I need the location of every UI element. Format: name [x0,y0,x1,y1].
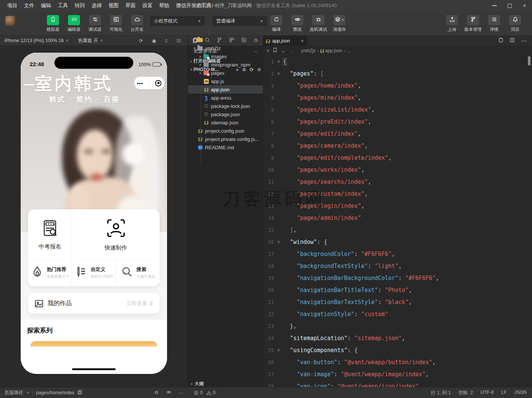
feature-自定义[interactable]: 自定义多种尺寸制作 [72,259,116,286]
code-area[interactable]: 1∨{2∨ "pages": [3 "pages/home/index",4 "… [263,56,532,387]
search-icon[interactable] [205,37,210,44]
teapot-icon[interactable] [253,37,259,44]
menu-界面[interactable]: 界面 [122,0,139,11]
maximize-button[interactable] [502,0,517,11]
tree-item-project.private.config.js...[interactable]: {..}project.private.config.js... [188,135,263,143]
feature-搜索[interactable]: 搜索关键字查找 [116,259,160,286]
series-card-peek[interactable] [31,341,157,347]
refresh-icon[interactable]: ⟳ [250,67,254,73]
toolbar-button-调试器[interactable]: 调试器 [86,15,104,32]
page-path-value: pages/home/index [36,390,74,395]
problems-indicator[interactable]: 0 0 [188,390,263,395]
minimize-button[interactable] [487,0,502,11]
wechat-capsule[interactable]: ••• [134,77,164,89]
status-json[interactable]: JSON [514,390,527,396]
view-now-link[interactable]: 立即查看 [126,300,154,307]
tree-item-app.js[interactable]: JSapp.js [188,77,263,85]
mode-select[interactable]: 小程序模式▼ [150,16,205,26]
status-utf8[interactable]: UTF-8 [481,390,494,396]
tree-item-sitemap.json[interactable]: {..}sitemap.json [188,118,263,127]
toolbar-button-消息[interactable]: 消息 [506,15,524,32]
tree-item-app.wxss[interactable]: Ʒapp.wxss [188,94,263,102]
breadcrumb-file[interactable]: app.json [325,48,342,53]
split-editor-icon[interactable] [509,38,515,44]
tab-close-icon[interactable]: × [301,38,304,44]
toolbar-button-云开发[interactable]: 云开发 [128,15,146,32]
phone-notch [54,57,133,69]
bookmark-icon[interactable] [273,48,277,54]
menu-转到[interactable]: 转到 [71,0,88,11]
tree-item-package-lock.json[interactable]: ⬡package-lock.json [188,102,263,110]
tree-item-README.md[interactable]: iREADME.md [188,143,263,151]
new-file-icon[interactable]: + [236,67,239,73]
toolbar-button-可视化[interactable]: 可视化 [107,15,125,32]
menu-项目[interactable]: 项目 [4,0,21,11]
phone-simulator: 室内韩式 韩式 · 简约 · 百搭 22:48 100% ••• 中考中招中考报… [21,53,167,374]
status-2[interactable]: 空格: 2 [458,390,473,396]
forward-icon[interactable]: → [289,48,294,54]
toolbar-button-编辑器[interactable]: 编辑器 [65,15,83,32]
code-icon [71,17,77,24]
scrollbar-thumb[interactable] [528,56,530,65]
toolbar-button-版本管理[interactable]: 版本管理 [464,15,482,32]
menu-帮助[interactable]: 帮助 [156,0,173,11]
outline-list-icon[interactable]: ≡ [267,48,269,53]
rotate-icon[interactable]: ⟳ [139,38,143,44]
open-editors-section[interactable]: ▸ 打开的编辑器 [188,57,263,65]
toolbar-button-上传[interactable]: 上传 [443,15,461,32]
menu-文件[interactable]: 文件 [21,0,38,11]
menu-工具[interactable]: 工具 [54,0,71,11]
menu-选择[interactable]: 选择 [88,0,105,11]
toolbar-button-编译[interactable]: 编译 [267,15,285,32]
status-lf[interactable]: LF [501,390,507,396]
menu-编辑[interactable]: 编辑 [38,0,54,11]
feature-快速制作[interactable]: 快速制作 [72,209,160,259]
page-path-label[interactable]: 页面路径 [5,390,23,396]
menu-设置[interactable]: 设置 [139,0,156,11]
grid-icon[interactable] [229,37,235,44]
bug-icon[interactable] [154,390,159,396]
device-select[interactable]: iPhone 12/13 (Pro) 100% 16▼ [0,38,74,43]
user-avatar[interactable] [5,16,15,26]
explorer-more-icon[interactable]: ⋯ [253,48,258,54]
toolbar-button-真机调试[interactable]: 真机调试 [309,15,327,32]
open-preview-icon[interactable] [498,38,503,44]
toolbar-button-模拟器[interactable]: 模拟器 [44,15,62,32]
menu-视图[interactable]: 视图 [105,0,122,11]
tab-app-json[interactable]: {..} app.json × [263,36,307,46]
storage-icon[interactable] [241,37,247,44]
feature-中考报名[interactable]: 中考中招中考报名 [28,209,72,259]
more-icon[interactable]: ⋯ [179,390,184,396]
breadcrumb-symbol[interactable]: ... [347,48,350,53]
code-line-16: 16∨ "window": { [263,236,532,248]
eye-icon[interactable] [166,390,171,396]
collapse-icon[interactable]: ⊟ [258,67,261,72]
bug-icon [316,17,321,24]
my-works-card[interactable]: 我的作品 立即查看 [28,293,160,314]
back-icon[interactable]: ← [281,48,286,54]
compile-select[interactable]: 普通编译▼ [212,16,267,26]
breadcrumb-folder[interactable]: ymhZjz [301,48,316,53]
toolbar-button-预览[interactable]: 预览 [288,15,306,32]
hot-reload-toggle[interactable]: 热重载 开▼ [74,38,108,44]
editor-more-icon[interactable]: ⋯ [521,37,527,44]
project-root[interactable]: ▾ PHOTO-M... + ⊞ ⟳ ⊟ [188,65,263,74]
copy-path-icon[interactable] [77,390,82,396]
tree-item-app.json[interactable]: {..}app.json [188,85,263,94]
toolbar-button-详情[interactable]: 详情 [485,15,503,32]
menu-微信开发者工具[interactable]: 微信开发者工具 [173,0,215,11]
tree-item-project.config.json[interactable]: {..}project.config.json [188,127,263,135]
branch-icon[interactable] [217,37,222,44]
record-icon[interactable]: ◉ [152,38,156,44]
feature-热门推荐[interactable]: 热门推荐近期高频尺寸 [28,259,72,286]
view-icon [149,301,154,306]
new-folder-icon[interactable]: ⊞ [243,67,246,72]
close-button[interactable]: × [517,0,532,11]
multi-device-icon[interactable]: ▯▯ [176,38,181,44]
status-11[interactable]: 行 1, 列 1 [431,390,451,396]
toolbar-button-清缓存[interactable]: ▼清缓存 [330,15,348,32]
device-icon[interactable]: ▯ [165,38,167,44]
tree-item-package.json[interactable]: ⬡package.json [188,110,263,118]
outline-section[interactable]: ▸ 大纲 [188,380,263,387]
status-time: 22:48 [30,61,44,67]
